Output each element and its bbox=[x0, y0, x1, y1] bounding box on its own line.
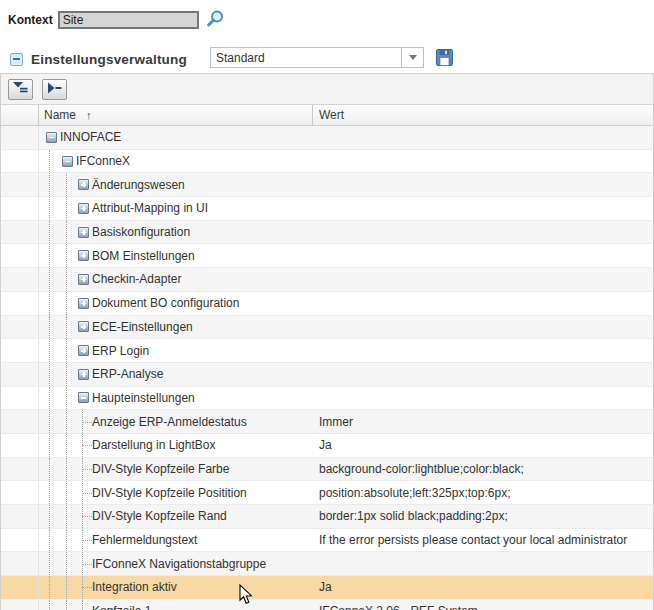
tree-row[interactable]: Anzeige ERP-Anmeldestatus Immer bbox=[1, 410, 653, 434]
row-name: IFConneX Navigationstabgruppe bbox=[92, 557, 266, 571]
row-value-cell bbox=[313, 339, 653, 362]
row-name: Attribut-Mapping in UI bbox=[92, 201, 208, 215]
profile-select-arrow-button[interactable] bbox=[401, 48, 423, 67]
row-value: Ja bbox=[319, 580, 332, 594]
tree-row[interactable]: DIV-Style Kopfzeile Rand border:1px soli… bbox=[1, 505, 653, 529]
collapse-icon[interactable] bbox=[78, 392, 89, 403]
tree-row[interactable]: Fehlermeldungstext If the error persists… bbox=[1, 529, 653, 553]
wert-column-header[interactable]: Wert bbox=[313, 105, 653, 125]
row-value: position:absolute;left:325px;top:6px; bbox=[319, 486, 510, 500]
name-column-header[interactable]: Name ↑ bbox=[39, 105, 313, 125]
row-value-cell bbox=[313, 244, 653, 267]
tree-row[interactable]: Attribut-Mapping in UI bbox=[1, 197, 653, 221]
expand-icon[interactable] bbox=[78, 179, 89, 190]
row-name-cell: INNOFACE bbox=[39, 126, 313, 149]
filter-button[interactable] bbox=[8, 79, 33, 100]
tree-row[interactable]: Darstellung in LightBox Ja bbox=[1, 434, 653, 458]
context-input[interactable] bbox=[58, 11, 199, 29]
tree-row[interactable]: DIV-Style Kopfzeile Positition position:… bbox=[1, 481, 653, 505]
context-bar: Kontext bbox=[8, 10, 224, 29]
expand-icon[interactable] bbox=[78, 298, 89, 309]
collapse-icon[interactable] bbox=[62, 156, 73, 167]
collapse-all-button[interactable] bbox=[42, 79, 67, 100]
save-icon bbox=[436, 54, 453, 69]
tree-row[interactable]: INNOFACE bbox=[1, 126, 653, 150]
row-gutter bbox=[1, 434, 39, 457]
row-value: IFConneX 2.06 - REF System bbox=[319, 604, 478, 610]
row-name: Haupteinstellungen bbox=[92, 391, 195, 405]
tree-row[interactable]: IFConneX Navigationstabgruppe bbox=[1, 552, 653, 576]
row-name-cell: Fehlermeldungstext bbox=[39, 529, 313, 552]
tree-row[interactable]: ECE-Einstellungen bbox=[1, 316, 653, 340]
expand-icon[interactable] bbox=[78, 227, 89, 238]
row-name-cell: ERP-Analyse bbox=[39, 363, 313, 386]
expand-icon[interactable] bbox=[78, 369, 89, 380]
row-name-cell: Haupteinstellungen bbox=[39, 387, 313, 410]
tree-row[interactable]: ERP-Analyse bbox=[1, 363, 653, 387]
row-gutter bbox=[1, 481, 39, 504]
row-name-cell: ERP Login bbox=[39, 339, 313, 362]
wert-column-label: Wert bbox=[319, 108, 344, 122]
row-name-cell: Integration aktiv bbox=[39, 576, 313, 599]
name-column-label: Name bbox=[44, 108, 76, 122]
expand-icon[interactable] bbox=[78, 321, 89, 332]
expand-icon[interactable] bbox=[78, 250, 89, 261]
magnifier-icon bbox=[206, 17, 224, 32]
row-gutter bbox=[1, 458, 39, 481]
row-value-cell bbox=[313, 363, 653, 386]
expand-icon[interactable] bbox=[78, 345, 89, 356]
row-name: Darstellung in LightBox bbox=[92, 438, 215, 452]
row-name: ERP-Analyse bbox=[92, 367, 163, 381]
row-name-cell: DIV-Style Kopfzeile Positition bbox=[39, 481, 313, 504]
row-name-cell: DIV-Style Kopfzeile Farbe bbox=[39, 458, 313, 481]
collapse-icon[interactable] bbox=[46, 132, 57, 143]
tree-row[interactable]: Dokument BO configuration bbox=[1, 292, 653, 316]
tree-row[interactable]: BOM Einstellungen bbox=[1, 244, 653, 268]
row-name-cell: IFConneX bbox=[39, 150, 313, 173]
tree-row[interactable]: Basiskonfiguration bbox=[1, 221, 653, 245]
row-value-cell: position:absolute;left:325px;top:6px; bbox=[313, 481, 653, 504]
tree-row[interactable]: Integration aktiv Ja bbox=[1, 576, 653, 600]
row-name-cell: Anzeige ERP-Anmeldestatus bbox=[39, 410, 313, 433]
tree-row[interactable]: IFConneX bbox=[1, 150, 653, 174]
row-name-cell: Dokument BO configuration bbox=[39, 292, 313, 315]
search-button[interactable] bbox=[206, 10, 224, 29]
row-name: ERP Login bbox=[92, 344, 149, 358]
row-name: INNOFACE bbox=[60, 130, 121, 144]
row-name-cell: ECE-Einstellungen bbox=[39, 316, 313, 339]
row-gutter bbox=[1, 197, 39, 220]
row-name-cell: Änderungswesen bbox=[39, 173, 313, 196]
row-name: Checkin-Adapter bbox=[92, 272, 181, 286]
row-name-cell: Checkin-Adapter bbox=[39, 268, 313, 291]
row-value-cell bbox=[313, 268, 653, 291]
row-value-cell bbox=[313, 150, 653, 173]
tree-row[interactable]: Kopfzeile 1 IFConneX 2.06 - REF System bbox=[1, 600, 653, 610]
save-button[interactable] bbox=[436, 49, 453, 66]
tree-row[interactable]: ERP Login bbox=[1, 339, 653, 363]
chevron-down-icon bbox=[409, 55, 417, 60]
row-value-cell bbox=[313, 292, 653, 315]
section-header: Einstellungsverwaltung bbox=[10, 47, 187, 71]
tree-row[interactable]: Haupteinstellungen bbox=[1, 387, 653, 411]
tree-row[interactable]: DIV-Style Kopfzeile Farbe background-col… bbox=[1, 458, 653, 482]
row-name-cell: Attribut-Mapping in UI bbox=[39, 197, 313, 220]
expand-icon[interactable] bbox=[78, 203, 89, 214]
row-name: DIV-Style Kopfzeile Farbe bbox=[92, 462, 229, 476]
row-value: If the error persists please contact you… bbox=[319, 533, 627, 547]
row-name: Fehlermeldungstext bbox=[92, 533, 197, 547]
row-value-cell: Immer bbox=[313, 410, 653, 433]
section-collapse-icon[interactable] bbox=[10, 53, 23, 66]
row-name: Integration aktiv bbox=[92, 580, 177, 594]
collapse-all-icon bbox=[47, 82, 62, 97]
tree-row[interactable]: Checkin-Adapter bbox=[1, 268, 653, 292]
filter-icon bbox=[13, 81, 28, 97]
row-value-cell: border:1px solid black;padding:2px; bbox=[313, 505, 653, 528]
row-gutter bbox=[1, 268, 39, 291]
row-gutter bbox=[1, 552, 39, 575]
row-gutter bbox=[1, 529, 39, 552]
row-gutter bbox=[1, 363, 39, 386]
tree-row[interactable]: Änderungswesen bbox=[1, 173, 653, 197]
profile-select[interactable]: Standard bbox=[210, 47, 424, 68]
expand-icon[interactable] bbox=[78, 274, 89, 285]
row-name: IFConneX bbox=[76, 154, 130, 168]
